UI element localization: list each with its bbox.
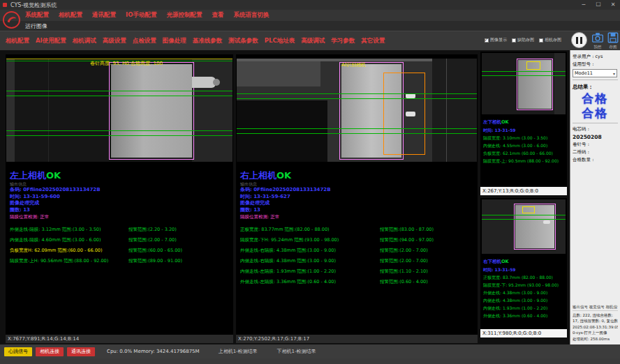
tool-camera-debug[interactable]: 相机调试 — [73, 37, 96, 45]
camera-thumb-top-view[interactable] — [482, 53, 566, 114]
statistics-line: 处理耗时: 258.00ms — [573, 336, 618, 342]
menu-language-switch[interactable]: 系统语言切换 — [233, 11, 269, 20]
tool-ai-config[interactable]: AI使用配置 — [36, 37, 66, 45]
measurement-row: 正极宽度: 83.77mm 范围:(82.00 - 88.00)报警范围:(83… — [240, 225, 473, 235]
camera-name: 左上相机 — [10, 170, 46, 181]
time-text: 时间: 13-31-59 — [483, 126, 559, 134]
app-logo — [2, 10, 21, 29]
camera-left-panel: 卷针高度: 93, H0:合格高度: 100 左上相机OK 输出信息 条码: 0… — [6, 54, 233, 335]
tool-advanced-debug[interactable]: 高级调试 — [301, 37, 325, 45]
menu-comm-config[interactable]: 通讯配置 — [92, 11, 116, 20]
divider — [573, 79, 618, 80]
bright-spot — [406, 93, 415, 98]
pause-icon — [580, 37, 582, 44]
comm-connection-chip: 通讯连接 — [67, 347, 95, 356]
menu-light-control-config[interactable]: 光源控制配置 — [166, 11, 202, 20]
tool-camera-config[interactable]: 相机配置 — [6, 37, 29, 45]
window-controls: ─ ☐ ✕ — [580, 0, 617, 10]
minimize-button[interactable]: ─ — [580, 0, 588, 10]
camera-thumb-bottom-view[interactable] — [482, 199, 566, 254]
titlebar: CYS-视觉检测系统 ─ ☐ ✕ — [0, 0, 620, 10]
measurement-row: 外侧走线-左隔膜: 3.36mm 范围:(0.60 - 4.00)报警范围:(0… — [240, 277, 473, 287]
measurement-line: 外侧走线: 3.36mm (0.60 - 4.00) — [483, 312, 559, 319]
roi-box-yellow — [522, 206, 535, 213]
login-user-row: 登录用户：cys — [573, 53, 618, 61]
capture-button[interactable]: 拍照 — [591, 31, 605, 50]
maximize-button[interactable]: ☐ — [594, 0, 603, 10]
option-image-display[interactable]: 图像显示 — [485, 37, 507, 43]
measurement-list: 正极宽度: 83.77mm 范围:(82.00 - 88.00)报警范围:(83… — [240, 225, 473, 287]
measure-line — [482, 219, 566, 220]
tool-spot-check[interactable]: 点检设置 — [133, 37, 156, 45]
cpu-memory-text: Cpu: 0.0% Memory: 3424.41796875M — [107, 349, 200, 354]
model-select[interactable]: Mode11 ▾ — [573, 69, 617, 77]
camera-left-view[interactable]: 卷针高度: 93, H0:合格高度: 100 — [6, 59, 232, 162]
tab-upper-camera-result[interactable]: 上相机1-检测结果 — [219, 348, 258, 355]
connector-tip — [213, 79, 220, 86]
measurement-line: 隔膜宽度: 3.10mm (3.00 - 3.50) — [483, 134, 559, 142]
measure-line — [482, 215, 566, 215]
process-done-text: 图像处理完成 — [10, 200, 229, 207]
machine-block — [192, 59, 232, 162]
camera-result-title: 左上相机OK — [10, 170, 229, 181]
camera-right-panel: AI识别相机 右上相机OK 输出信息 条码: 0Ffiine2025020813… — [236, 54, 478, 335]
overlay-line-yellow — [6, 59, 232, 59]
pause-icon — [576, 37, 578, 44]
tool-other-settings[interactable]: 其它设置 — [361, 37, 385, 45]
option-camera-save[interactable]: 相机存图 — [539, 37, 561, 43]
tab-run-image[interactable]: 运行图像 — [25, 22, 47, 30]
machine-line — [48, 59, 49, 162]
measure-line — [237, 133, 477, 134]
statistics-line: 总数: 222, 连续合格数: — [573, 312, 618, 319]
camera-thumb-top-panel: 左下相机OK 时间: 13-31-59 隔膜宽度: 3.10mm (3.00 -… — [480, 52, 567, 195]
checkbox-icon[interactable] — [512, 38, 516, 43]
tool-learning-params[interactable]: 学习参数 — [331, 37, 355, 45]
tool-image-processing[interactable]: 图像处理 — [163, 37, 186, 45]
measurement-line: 隔膜宽度-下: 95.2mm (93.00 - 98.00) — [483, 281, 559, 289]
pixel-readout-right: X:270;Y:2502;R:17;G:17;B:17 — [236, 335, 478, 343]
measure-line — [482, 75, 566, 76]
option-defect-save[interactable]: 缺陷存图 — [512, 37, 534, 43]
view-tab-bar: 运行图像 — [0, 21, 620, 31]
measurement-row: 内侧走线-右隔膜: 4.38mm 范围:(3.00 - 9.00)报警范围:(2… — [240, 256, 473, 266]
image-save-options: 图像显示 缺陷存图 相机存图 — [485, 37, 561, 43]
camera-thumb-bottom-panel: 右下相机OK 时间: 13-31-59 正极宽度: 83.7mm (82.00 … — [480, 198, 567, 338]
tab-lower-camera-result[interactable]: 下相机1-检测结果 — [277, 348, 316, 355]
camera-right-view[interactable]: AI识别相机 — [237, 59, 477, 162]
tool-baseline-params[interactable]: 基准线参数 — [193, 37, 223, 45]
total-result-value-1: 合格 — [573, 91, 618, 106]
measurement-line: 负极宽度: 62.1mm (60.00 - 66.00) — [483, 149, 559, 157]
tool-teststrip-params[interactable]: 测试条参数 — [228, 37, 258, 45]
model-select-value: Mode11 — [575, 70, 593, 76]
cell-code-label: 电芯码： — [573, 126, 618, 133]
menu-camera-config[interactable]: 相机配置 — [59, 11, 82, 20]
thumb-bottom-results: 右下相机OK 时间: 13-31-59 正极宽度: 83.7mm (82.00 … — [483, 258, 559, 319]
checkbox-icon[interactable] — [539, 38, 543, 43]
save-image-button[interactable]: 存图 — [606, 31, 620, 50]
model-label: 使用型号： — [573, 61, 618, 68]
statistics-header: 输出信号 视觉信号 相机信号 — [573, 304, 618, 311]
checkbox-icon[interactable] — [485, 38, 489, 43]
menu-system-config[interactable]: 系统配置 — [25, 11, 49, 20]
machine-edge — [6, 59, 15, 162]
measurement-row: 隔膜宽度-下H: 95.24mm 范围:(93.00 - 98.00)报警范围:… — [240, 235, 473, 245]
roi-box-pink — [514, 204, 556, 250]
pause-button[interactable] — [571, 32, 587, 48]
time-text: 时间: 13-31-59-627 — [240, 194, 473, 201]
tool-advanced-settings[interactable]: 高级设置 — [103, 37, 126, 45]
measure-line — [6, 96, 232, 96]
menu-io-manual-config[interactable]: IO手动配置 — [126, 11, 156, 20]
menu-view[interactable]: 查看 — [212, 11, 223, 20]
total-result-value-2: 合格 — [573, 106, 618, 121]
statistics-line: 2025:02:08-13:31:39:05 — [573, 324, 618, 331]
cell-code-value: 20250208 — [573, 133, 618, 141]
connector-part — [192, 77, 216, 88]
ai-camera-overlay-label: AI识别相机 — [341, 61, 366, 68]
time-text: 时间: 13-31-59-600 — [10, 194, 229, 201]
bright-spot — [543, 220, 550, 224]
needle-number-label: 卷针号： — [573, 141, 618, 149]
chevron-down-icon: ▾ — [613, 71, 615, 76]
close-button[interactable]: ✕ — [609, 0, 617, 10]
menubar: 系统配置 相机配置 通讯配置 IO手动配置 光源控制配置 查看 系统语言切换 — [0, 10, 620, 21]
tool-plc-address[interactable]: PLC地址表 — [265, 37, 295, 45]
